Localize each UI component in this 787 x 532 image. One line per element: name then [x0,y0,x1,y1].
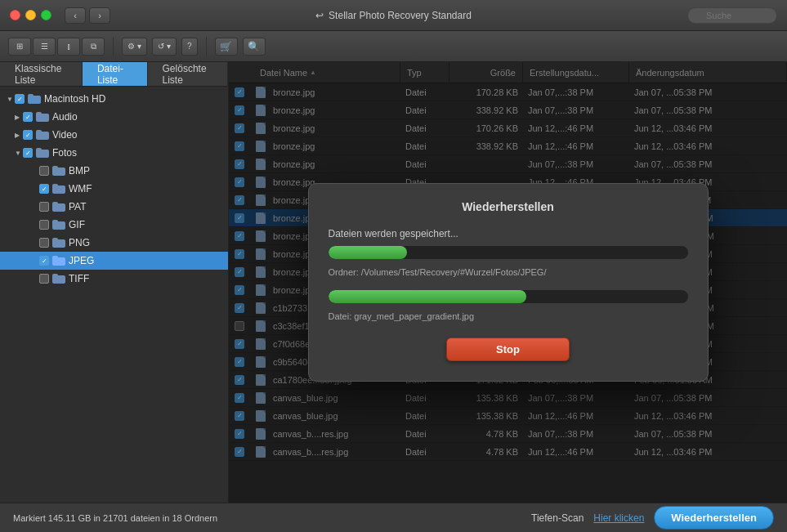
dialog-title: Wiederherstellen [329,200,688,213]
cart-icon: 🛒 [220,41,232,52]
checkbox-gif[interactable] [39,220,49,230]
search-input[interactable] [687,7,777,24]
fullscreen-button[interactable] [41,10,51,20]
settings-button[interactable]: ⚙ ▾ [122,38,147,56]
restore-dialog-overlay: Wiederherstellen Dateien werden gespeich… [229,62,787,503]
checkbox-wmf[interactable]: ✓ [39,184,49,194]
sidebar-item-wmf[interactable]: ✓ WMF [0,180,228,198]
sidebar: Klassische Liste Datei-Liste Gelöschte L… [0,62,229,503]
folder-icon-png [52,238,65,248]
tab-klassische-liste[interactable]: Klassische Liste [0,62,83,86]
expand-icon: ▼ [7,96,13,102]
expand-icon-jpeg [31,257,38,264]
sidebar-item-audio[interactable]: ▶ ✓ Audio [0,108,228,126]
toolbar-separator-1 [113,37,114,56]
sidebar-item-gif[interactable]: GIF [0,216,228,234]
hier-klicken-link[interactable]: Hier klicken [593,512,644,524]
file-label: Datei: gray_med_paper_gradient.jpg [329,311,688,321]
back-button[interactable]: ‹ [65,7,86,24]
restore-history-button[interactable]: ↺ ▾ [152,38,177,56]
drive-icon [28,94,41,104]
search-big-icon: 🔍 [248,41,260,52]
help-button[interactable]: ? [181,38,198,56]
minimize-button[interactable] [25,10,36,20]
titlebar: ‹ › ↩ Stellar Photo Recovery Standard 🔍 [0,0,787,31]
checkbox-fotos[interactable]: ✓ [23,148,33,158]
progress-bar-1-fill [329,246,408,259]
title-arrow: ↩ [315,10,324,21]
bottom-right: Tiefen-Scan Hier klicken Wiederherstelle… [531,506,774,530]
file-list-area: Datei Name ▲ Typ Größe Erstellungsdatu..… [229,62,787,503]
checkbox-macintosh-hd[interactable]: ✓ [15,94,25,104]
view-mode-group: ⊞ ☰ ⫿ ⧉ [8,38,105,56]
navigation-buttons: ‹ › [65,7,110,24]
checkbox-jpeg[interactable]: ✓ [39,256,49,266]
search-wrap: 🔍 [687,7,777,24]
expand-icon-png [31,239,38,246]
progress-bar-2-bg [329,290,688,303]
progress-bar-1-bg [329,246,688,259]
progress-bar-2-fill [329,290,526,303]
sidebar-item-tiff[interactable]: TIFF [0,270,228,288]
expand-icon-video: ▶ [15,132,21,138]
folder-icon-pat [52,202,65,212]
forward-button[interactable]: › [89,7,110,24]
sidebar-item-bmp[interactable]: BMP [0,162,228,180]
toolbar-right: 🔍 [687,7,777,24]
sidebar-item-video[interactable]: ▶ ✓ Video [0,126,228,144]
folder-icon-jpeg [52,256,65,266]
close-button[interactable] [10,10,20,20]
tab-geloeschte-liste[interactable]: Gelöschte Liste [148,62,228,86]
folder-icon-gif [52,220,65,230]
folder-icon-audio [36,112,49,122]
folder-icon-fotos [36,148,49,158]
bottom-bar: Markiert 145.11 GB in 21701 dateien in 1… [0,503,787,532]
stop-button[interactable]: Stop [446,338,570,361]
folder-path: Ordner: /Volumes/Test/Recovery/#Wurzel/F… [329,267,688,277]
sidebar-item-macintosh-hd[interactable]: ▼ ✓ Macintosh HD [0,90,228,108]
checkbox-audio[interactable]: ✓ [23,112,33,122]
restore-dialog: Wiederherstellen Dateien werden gespeich… [308,183,709,382]
help-icon: ? [187,42,192,51]
column-view-button[interactable]: ⫿ [57,38,80,56]
sidebar-item-png[interactable]: PNG [0,234,228,252]
folder-icon-video [36,130,49,140]
expand-icon-gif [31,221,38,228]
cover-view-button[interactable]: ⧉ [82,38,105,56]
tabs-row: Klassische Liste Datei-Liste Gelöschte L… [0,62,228,87]
main-layout: Klassische Liste Datei-Liste Gelöschte L… [0,62,787,503]
tab-datei-liste[interactable]: Datei-Liste [83,62,148,86]
expand-icon-tiff [31,275,38,282]
expand-icon-audio: ▶ [15,114,21,120]
checkbox-tiff[interactable] [39,274,49,284]
expand-icon-fotos: ▼ [15,150,21,156]
sidebar-item-fotos[interactable]: ▼ ✓ Fotos [0,144,228,162]
cart-button[interactable]: 🛒 [215,38,238,56]
status-text: Markiert 145.11 GB in 21701 dateien in 1… [13,513,217,523]
restore-arrow: ▾ [167,42,171,51]
traffic-lights [10,10,51,20]
list-view-button[interactable]: ☰ [33,38,56,56]
folder-icon-wmf [52,184,65,194]
search-big-button[interactable]: 🔍 [243,38,266,56]
settings-arrow: ▾ [137,42,141,51]
checkbox-video[interactable]: ✓ [23,130,33,140]
expand-icon-pat [31,203,38,210]
sidebar-item-pat[interactable]: PAT [0,198,228,216]
restore-button[interactable]: Wiederherstellen [654,506,774,530]
expand-icon-bmp [31,168,38,174]
sidebar-tree: ▼ ✓ Macintosh HD ▶ ✓ Audio ▶ [0,87,228,291]
sidebar-item-jpeg[interactable]: ✓ JPEG [0,252,228,270]
expand-icon-wmf [31,186,38,192]
saving-label: Dateien werden gespeichert... [329,228,688,239]
checkbox-bmp[interactable] [39,166,49,176]
checkbox-png[interactable] [39,238,49,248]
window-title: ↩ Stellar Photo Recovery Standard [315,10,472,21]
grid-view-button[interactable]: ⊞ [8,38,31,56]
toolbar-row: ⊞ ☰ ⫿ ⧉ ⚙ ▾ ↺ ▾ ? 🛒 🔍 [0,31,787,62]
checkbox-pat[interactable] [39,202,49,212]
folder-icon-bmp [52,166,65,176]
gear-icon: ⚙ [127,42,135,51]
toolbar-separator-2 [206,37,207,56]
folder-icon-tiff [52,274,65,284]
